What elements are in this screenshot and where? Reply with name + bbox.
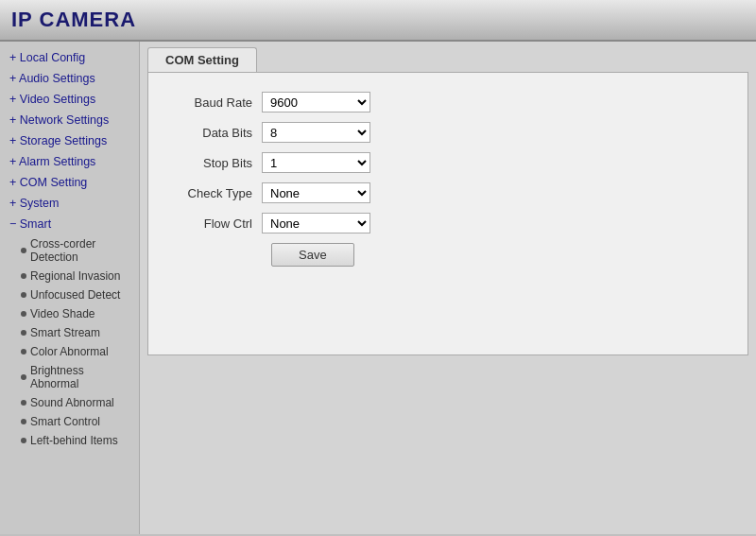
form-panel: Baud Rate 9600 19200 38400 57600 115200 … [147, 72, 748, 355]
bullet-icon [21, 349, 26, 354]
sidebar-item-system[interactable]: + System [0, 193, 139, 214]
sidebar-item-com-setting[interactable]: + COM Setting [0, 172, 139, 193]
sidebar-sub-brightness-abnormal[interactable]: Brightness Abnormal [0, 361, 139, 393]
sidebar-item-smart[interactable]: − Smart [0, 214, 139, 234]
flow-ctrl-label: Flow Ctrl [167, 216, 262, 231]
tab-bar: COM Setting [140, 42, 756, 72]
baud-rate-label: Baud Rate [167, 95, 262, 110]
save-row: Save [167, 243, 729, 267]
sidebar-item-video-settings[interactable]: + Video Settings [0, 89, 139, 110]
sidebar-sub-video-shade[interactable]: Video Shade [0, 304, 139, 323]
bullet-icon [21, 374, 26, 380]
bullet-icon [21, 273, 26, 279]
bullet-icon [21, 438, 26, 443]
sidebar-item-storage-settings[interactable]: + Storage Settings [0, 130, 139, 151]
content-area: COM Setting Baud Rate 9600 19200 38400 5… [140, 42, 756, 534]
sidebar-item-network-settings[interactable]: + Network Settings [0, 110, 139, 130]
sidebar-item-audio-settings[interactable]: + Audio Settings [0, 68, 139, 89]
sidebar-sub-cross-border[interactable]: Cross-corder Detection [0, 234, 139, 267]
data-bits-row: Data Bits 8 7 6 5 [167, 122, 729, 143]
stop-bits-label: Stop Bits [167, 156, 262, 170]
baud-rate-row: Baud Rate 9600 19200 38400 57600 115200 [167, 92, 729, 112]
bullet-icon [21, 292, 26, 298]
sidebar: + Local Config + Audio Settings + Video … [0, 42, 140, 534]
stop-bits-select[interactable]: 1 2 [262, 152, 370, 173]
stop-bits-row: Stop Bits 1 2 [167, 152, 729, 173]
bullet-icon [21, 419, 26, 424]
baud-rate-select[interactable]: 9600 19200 38400 57600 115200 [262, 92, 370, 112]
sidebar-item-local-config[interactable]: + Local Config [0, 47, 139, 68]
save-button[interactable]: Save [271, 243, 354, 267]
header: IP CAMERA [0, 0, 756, 42]
flow-ctrl-select[interactable]: None Hardware Software [262, 213, 370, 233]
sidebar-sub-left-behind-items[interactable]: Left-behind Items [0, 431, 139, 450]
sidebar-sub-regional-invasion[interactable]: Regional Invasion [0, 267, 139, 285]
main-layout: + Local Config + Audio Settings + Video … [0, 42, 756, 534]
check-type-row: Check Type None Odd Even [167, 182, 729, 203]
sidebar-sub-color-abnormal[interactable]: Color Abnormal [0, 342, 139, 361]
bullet-icon [21, 330, 26, 336]
sidebar-sub-sound-abnormal[interactable]: Sound Abnormal [0, 393, 139, 412]
sidebar-sub-unfocused-detect[interactable]: Unfocused Detect [0, 285, 139, 304]
data-bits-label: Data Bits [167, 126, 262, 140]
sidebar-sub-smart-stream[interactable]: Smart Stream [0, 323, 139, 342]
flow-ctrl-row: Flow Ctrl None Hardware Software [167, 213, 729, 233]
sidebar-item-alarm-settings[interactable]: + Alarm Settings [0, 151, 139, 172]
sidebar-sub-smart-control[interactable]: Smart Control [0, 412, 139, 431]
bullet-icon [21, 248, 26, 253]
check-type-select[interactable]: None Odd Even [262, 182, 370, 203]
check-type-label: Check Type [167, 186, 262, 200]
data-bits-select[interactable]: 8 7 6 5 [262, 122, 370, 143]
bullet-icon [21, 311, 26, 317]
tab-com-setting[interactable]: COM Setting [147, 47, 257, 72]
bullet-icon [21, 400, 26, 406]
app-title: IP CAMERA [11, 8, 136, 32]
